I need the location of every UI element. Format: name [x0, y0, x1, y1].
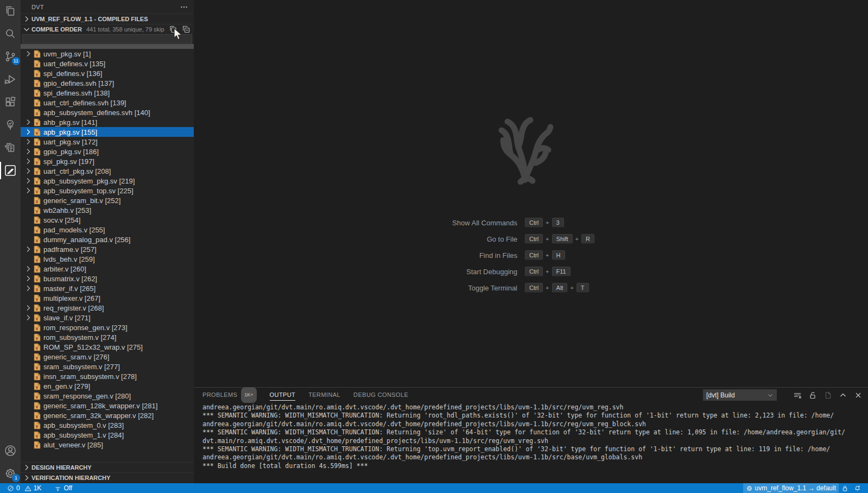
chevron-right-icon[interactable]	[24, 137, 33, 146]
tree-item-padframe.v[interactable]: vpadframe.v [257]	[21, 244, 194, 254]
tree-item-socv.v[interactable]: vsocv.v [254]	[21, 215, 194, 225]
collapse-all-icon[interactable]	[182, 25, 191, 34]
tree-item-apb_subsystem_1.v[interactable]: vapb_subsystem_1.v [284]	[21, 430, 194, 440]
tree-item-apb_pkg.sv[interactable]: vapb_pkg.sv [155]	[21, 127, 194, 137]
chevron-right-icon[interactable]	[24, 118, 33, 127]
source-control-icon[interactable]: 11	[0, 50, 21, 63]
tree-item-slave_if.v[interactable]: vslave_if.v [271]	[21, 313, 194, 323]
tree-item-apb_subsystem_defines.svh[interactable]: vapb_subsystem_defines.svh [140]	[21, 108, 194, 117]
unlock-icon[interactable]	[808, 391, 817, 400]
tree-item-uart_ctrl_pkg.sv[interactable]: vuart_ctrl_pkg.sv [208]	[21, 166, 194, 176]
problems-status-item[interactable]: 0 1K	[4, 483, 44, 493]
shortcut-keys: Ctrl+Shift+R	[524, 234, 595, 244]
tree-item-ROM_SP_512x32_wrap.v[interactable]: vROM_SP_512x32_wrap.v [275]	[21, 342, 194, 352]
tree-item-lvds_beh.v[interactable]: vlvds_beh.v [259]	[21, 254, 194, 264]
chevron-right-icon[interactable]	[24, 167, 33, 175]
account-icon[interactable]	[0, 444, 21, 457]
tab-output[interactable]: OUTPUT	[270, 388, 296, 402]
tree-item-pad_models.v[interactable]: vpad_models.v [255]	[21, 225, 194, 235]
error-count: 0	[16, 484, 20, 492]
chevron-right-icon[interactable]	[24, 186, 33, 195]
tree-item-ahb_pkg.sv[interactable]: vahb_pkg.sv [141]	[21, 117, 194, 127]
clear-output-icon[interactable]	[793, 391, 802, 400]
tree-check-icon[interactable]	[0, 118, 21, 131]
status-bar: 0 1K Off uvm_ref_flow_1.1 → default	[0, 483, 868, 493]
tree-item-generic_sram_bit.v[interactable]: vgeneric_sram_bit.v [252]	[21, 195, 194, 205]
chevron-right-icon[interactable]	[24, 304, 33, 312]
tree-item-arbiter.v[interactable]: varbiter.v [260]	[21, 264, 194, 274]
twisty-spacer	[24, 235, 33, 244]
close-panel-icon[interactable]	[854, 391, 863, 400]
copy-icon[interactable]	[169, 25, 178, 34]
more-actions-icon[interactable]	[180, 3, 188, 11]
twisty-spacer	[24, 411, 33, 420]
tree-item-uart_defines.v[interactable]: vuart_defines.v [135]	[21, 59, 194, 68]
tree-item-uart_pkg.sv[interactable]: vuart_pkg.sv [172]	[21, 137, 194, 147]
maximize-panel-icon[interactable]	[839, 391, 847, 400]
chevron-right-icon[interactable]	[24, 49, 33, 58]
tree-item-gpio_pkg.sv[interactable]: vgpio_pkg.sv [186]	[21, 147, 194, 156]
chevron-right-icon[interactable]	[24, 245, 33, 254]
tree-item-uart_ctrl_defines.svh[interactable]: vuart_ctrl_defines.svh [139]	[21, 98, 194, 108]
search-icon[interactable]	[0, 27, 21, 40]
tree-item-apb_subsystem_0.v[interactable]: vapb_subsystem_0.v [283]	[21, 420, 194, 430]
tree-item-sram_response_gen.v[interactable]: vsram_response_gen.v [280]	[21, 391, 194, 401]
tree-item-generic_sram.v[interactable]: vgeneric_sram.v [276]	[21, 352, 194, 362]
section-compiled-files[interactable]: UVM_REF_FLOW_1.1 - COMPILED FILES	[21, 14, 194, 24]
tab-debug-console[interactable]: DEBUG CONSOLE	[353, 388, 408, 402]
clipboard-copy-icon[interactable]	[0, 141, 21, 154]
dvt-filter-status-item[interactable]: Off	[52, 483, 75, 493]
explorer-icon[interactable]	[0, 4, 21, 17]
section-verification-hierarchy[interactable]: VERIFICATION HIERARCHY	[21, 472, 194, 483]
tree-filter-input[interactable]	[22, 34, 192, 43]
tab-terminal[interactable]: TERMINAL	[308, 388, 340, 402]
output-log[interactable]: andreea.georgian/git/dvt.main/ro.amiq.dv…	[202, 403, 866, 481]
tree-item-spi_defines.v[interactable]: vspi_defines.v [136]	[21, 68, 194, 78]
tree-item-spi_defines.svh[interactable]: vspi_defines.svh [138]	[21, 88, 194, 98]
chevron-right-icon[interactable]	[24, 313, 33, 322]
run-debug-icon[interactable]	[0, 73, 21, 86]
tree-item-gpio_defines.svh[interactable]: vgpio_defines.svh [137]	[21, 78, 194, 88]
tree-item-dummy_analog_pad.v[interactable]: vdummy_analog_pad.v [256]	[21, 235, 194, 244]
output-channel-select[interactable]: [dvt] Build	[703, 389, 777, 401]
tree-item-generic_sram_128k_wrapper.v[interactable]: vgeneric_sram_128k_wrapper.v [281]	[21, 401, 194, 410]
project-status-item[interactable]: uvm_ref_flow_1.1 → default	[743, 483, 839, 493]
chevron-right-icon[interactable]	[24, 147, 33, 156]
svg-text:v: v	[35, 81, 38, 86]
dvt-icon[interactable]	[0, 164, 21, 177]
verilog-file-icon: v	[33, 69, 41, 78]
tree-item-master_if.v[interactable]: vmaster_if.v [265]	[21, 283, 194, 293]
tree-item-apb_subsystem_top.sv[interactable]: vapb_subsystem_top.sv [225]	[21, 186, 194, 195]
section-compile-order[interactable]: COMPILE ORDER 441 total, 358 unique, 79 …	[21, 24, 194, 34]
tree-item-rom_response_gen.v[interactable]: vrom_response_gen.v [273]	[21, 323, 194, 332]
tree-item-busmatrix.v[interactable]: vbusmatrix.v [262]	[21, 274, 194, 283]
tab-problems[interactable]: PROBLEMS 1K+	[202, 388, 257, 402]
tree-item-apb_subsystem_pkg.sv[interactable]: vapb_subsystem_pkg.sv [219]	[21, 176, 194, 186]
tree-item-rom_subsystem.v[interactable]: vrom_subsystem.v [274]	[21, 332, 194, 342]
tree-item-wb2ahb.v[interactable]: vwb2ahb.v [253]	[21, 205, 194, 215]
verilog-file-icon: v	[33, 401, 41, 410]
lock-status-icon[interactable]	[839, 483, 851, 493]
tree-item-uvm_pkg.sv[interactable]: vuvm_pkg.sv [1]	[21, 49, 194, 59]
tree-item-req_register.v[interactable]: vreq_register.v [268]	[21, 303, 194, 313]
chevron-right-icon[interactable]	[24, 157, 33, 166]
chevron-right-icon[interactable]	[24, 284, 33, 293]
tree-item-en_gen.v[interactable]: ven_gen.v [279]	[21, 381, 194, 391]
tree-item-sram_subsystem.v[interactable]: vsram_subsystem.v [277]	[21, 362, 194, 371]
tree-item-alut_veneer.v[interactable]: valut_veneer.v [285]	[21, 440, 194, 450]
tree-item-multiplexer.v[interactable]: vmultiplexer.v [267]	[21, 293, 194, 303]
extensions-icon[interactable]	[0, 96, 21, 109]
section-design-hierarchy[interactable]: DESIGN HIERARCHY	[21, 462, 194, 472]
tree-item-insn_sram_subsystem.v[interactable]: vinsn_sram_subsystem.v [278]	[21, 371, 194, 381]
chevron-right-icon[interactable]	[24, 176, 33, 185]
chevron-right-icon[interactable]	[24, 128, 33, 136]
tree-item-spi_pkg.sv[interactable]: vspi_pkg.sv [197]	[21, 156, 194, 166]
settings-gear-icon[interactable]: 1	[0, 467, 21, 480]
chevron-right-icon[interactable]	[24, 274, 33, 283]
chevron-right-icon[interactable]	[24, 264, 33, 273]
notifications-bell-icon[interactable]	[851, 483, 864, 493]
verilog-file-icon: v	[33, 137, 41, 146]
tree-horizontal-scrollbar[interactable]	[21, 44, 194, 49]
tree-item-generic_sram_32k_wrapper.v[interactable]: vgeneric_sram_32k_wrapper.v [282]	[21, 410, 194, 420]
twisty-spacer	[24, 69, 33, 78]
